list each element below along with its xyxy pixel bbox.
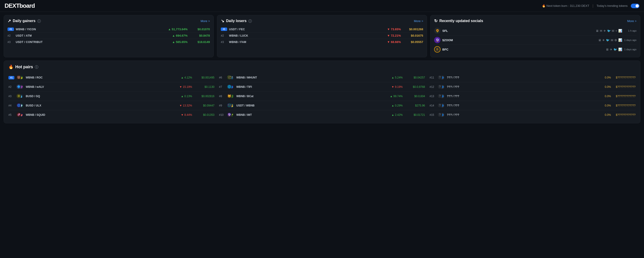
gainers-rank-2: #2 bbox=[8, 34, 14, 37]
hp-name-10[interactable]: WBNB / IMT bbox=[236, 113, 387, 117]
hp-rank-5: #5 bbox=[8, 113, 14, 117]
hp-name-4[interactable]: BUSD / ULX bbox=[26, 104, 176, 107]
hot-pair-row-11: #11 ? 🔵 ??? / ??? 0.0% $???????????? bbox=[430, 73, 636, 82]
hp-name-6[interactable]: WBNB / MHUNT bbox=[236, 76, 387, 79]
sfl-twitter-icon[interactable]: 🐦 bbox=[607, 29, 611, 32]
socials-icon: ↻ bbox=[434, 18, 438, 23]
sfl-email-icon[interactable]: ✉ bbox=[600, 29, 602, 32]
hp-rank-9: #9 bbox=[219, 104, 225, 107]
hp-rank-6: #6 bbox=[219, 76, 225, 79]
bfc-twitter-icon[interactable]: 🐦 bbox=[614, 48, 617, 51]
gainers-row-1: #1 WBNB / YICON ▲ 51,773.64% $0.01070 bbox=[8, 26, 210, 32]
gainers-pair-2[interactable]: USDT / ATM bbox=[16, 34, 168, 37]
sfl-telegram-icon[interactable]: ✈ bbox=[604, 29, 606, 32]
bfc-name[interactable]: BFC bbox=[442, 48, 604, 51]
divider: | bbox=[592, 4, 594, 8]
hot-pairs-icon: 🔥 bbox=[8, 64, 14, 69]
gainers-rank-3: #3 bbox=[8, 40, 14, 44]
hp-avatar-13: ? 🔵 bbox=[437, 94, 445, 99]
hp-avatar-2: 🔷 💜 bbox=[16, 84, 24, 90]
hp-price-2: $0.1130 bbox=[194, 85, 214, 89]
losers-pair-3[interactable]: WBNB / FAM bbox=[229, 40, 381, 44]
hot-pair-row-5: #5 🦑 🐙 WBNB / SQUID ▼ 8.44% $0.01353 bbox=[8, 110, 214, 120]
hp-price-14: $???????????? bbox=[613, 104, 636, 107]
daily-losers-header: ↘ Daily losers i More > bbox=[221, 18, 423, 23]
hp-price-7: $0.0,9768 bbox=[404, 85, 425, 89]
losers-pct-1: ▼ 73.65% bbox=[382, 27, 401, 31]
hp-price-1: $0.001495 bbox=[194, 76, 214, 79]
hp-price-6: $0.04257 bbox=[404, 76, 425, 79]
gainers-rank-1: #1 bbox=[8, 27, 14, 31]
hp-pct-1: ▲ 4.12% bbox=[178, 76, 192, 79]
losers-info-icon[interactable]: i bbox=[248, 19, 252, 23]
zoom-website-icon[interactable]: 🖥 bbox=[598, 38, 601, 42]
daily-gainers-card: ↗ Daily gainers i More > #1 WBNB / YICON… bbox=[4, 15, 214, 57]
hp-avatar-10: 🔮 🌱 bbox=[227, 112, 234, 118]
zoom-chart-icon[interactable]: 📊 bbox=[618, 38, 622, 42]
hp-name-11[interactable]: ??? / ??? bbox=[447, 76, 596, 79]
hp-rank-2: #2 bbox=[8, 85, 14, 89]
hp-pct-8: ▲ 99.74% bbox=[389, 95, 403, 98]
zoom-medium-icon[interactable]: M bbox=[611, 38, 613, 42]
losers-rank-3: #3 bbox=[221, 40, 227, 44]
bfc-chart-icon[interactable]: 📊 bbox=[618, 48, 622, 51]
sfl-time: 1 h ago bbox=[624, 29, 636, 32]
gainers-pair-1[interactable]: WBNB / YICON bbox=[16, 28, 166, 31]
recent-socials-card: ↻ Recently updated socials More > 🌻 SFL … bbox=[430, 15, 640, 57]
hp-rank-3: #3 bbox=[8, 95, 14, 98]
daily-losers-card: ↘ Daily losers i More > #1 USDT / FEC ▼ … bbox=[217, 15, 427, 57]
zoom-twitter-icon[interactable]: 🐦 bbox=[606, 38, 610, 42]
losers-row-3: #3 WBNB / FAM ▼ 68.66% $0.05557 bbox=[221, 39, 423, 45]
hp-price-5: $0.01353 bbox=[194, 113, 214, 117]
losers-price-1: $0.001268 bbox=[403, 27, 423, 31]
hot-pairs-col1: #1 🐻 🐸 WBNB / ROC ▲ 4.12% $0.001495 #2 🔷… bbox=[8, 73, 214, 120]
hp-avatar-11: ? 🔵 bbox=[437, 75, 445, 80]
hp-avatar-5: 🦑 🐙 bbox=[16, 112, 24, 118]
sfl-medium-icon[interactable]: M bbox=[612, 29, 614, 32]
hp-pct-3: ▲ 0.13% bbox=[178, 95, 192, 98]
gainers-more-link[interactable]: More > bbox=[200, 19, 210, 23]
zoom-name[interactable]: $ZOOM bbox=[442, 38, 596, 42]
hot-pairs-info-icon[interactable]: i bbox=[35, 65, 38, 69]
socials-more-link[interactable]: More > bbox=[627, 19, 636, 23]
hp-name-5[interactable]: WBNB / SQUID bbox=[26, 113, 176, 117]
hp-name-13[interactable]: ??? / ??? bbox=[447, 95, 596, 98]
hp-name-7[interactable]: WBNB / TIFI bbox=[236, 85, 387, 89]
hp-price-3: $0.002816 bbox=[194, 95, 214, 98]
hot-pair-row-12: #12 ? 🔵 ??? / ??? 0.0% $???????????? bbox=[430, 82, 636, 92]
gainers-pair-3[interactable]: USDT / CONTRIBUT bbox=[16, 40, 168, 44]
hp-name-9[interactable]: USDT / WBNB bbox=[236, 104, 387, 107]
gainers-pct-3: ▲ 565.65% bbox=[169, 40, 188, 44]
zoom-telegram-icon[interactable]: ✈ bbox=[602, 38, 605, 42]
hp-pct-14: 0.0% bbox=[597, 104, 611, 107]
hp-rank-7: #7 bbox=[219, 85, 225, 89]
losers-pair-1[interactable]: USDT / FEC bbox=[229, 28, 381, 31]
hp-name-2[interactable]: WBNB / wALV bbox=[26, 85, 176, 89]
token-burn: 🔥 Next token burn : 311,230 DEXT bbox=[542, 4, 589, 7]
hp-rank-15: #15 bbox=[430, 113, 436, 117]
trending-toggle[interactable] bbox=[631, 4, 640, 8]
hp-name-14[interactable]: ??? / ??? bbox=[447, 104, 596, 107]
recent-socials-title: ↻ Recently updated socials bbox=[434, 18, 483, 23]
sfl-plus-icon[interactable]: + bbox=[615, 29, 617, 32]
hp-pct-7: ▼ 9.19% bbox=[389, 85, 403, 89]
hp-price-12: $???????????? bbox=[613, 85, 636, 89]
hp-name-8[interactable]: WBNB / BCat bbox=[236, 95, 387, 98]
sfl-chart-icon[interactable]: 📊 bbox=[618, 29, 622, 32]
top-row: ↗ Daily gainers i More > #1 WBNB / YICON… bbox=[4, 15, 640, 57]
hp-avatar-1: 🐻 🐸 bbox=[16, 75, 24, 80]
losers-pair-2[interactable]: WBNB / LUCK bbox=[229, 34, 381, 37]
hp-name-15[interactable]: ??? / ??? bbox=[447, 113, 596, 117]
hp-name-12[interactable]: ??? / ??? bbox=[447, 85, 596, 89]
losers-more-link[interactable]: More > bbox=[414, 19, 423, 23]
hp-rank-10: #10 bbox=[219, 113, 225, 117]
losers-rank-1: #1 bbox=[221, 27, 227, 31]
bfc-telegram-icon[interactable]: ✈ bbox=[610, 48, 612, 51]
sfl-website-icon[interactable]: 🖥 bbox=[596, 29, 599, 32]
sfl-name[interactable]: SFL bbox=[442, 29, 594, 32]
zoom-github-icon[interactable]: ⚙ bbox=[614, 38, 617, 42]
hp-name-1[interactable]: WBNB / ROC bbox=[26, 76, 176, 79]
bfc-website-icon[interactable]: 🖥 bbox=[606, 48, 609, 51]
gainers-info-icon[interactable]: i bbox=[37, 19, 41, 23]
hp-name-3[interactable]: BUSD / GQ bbox=[26, 95, 176, 98]
